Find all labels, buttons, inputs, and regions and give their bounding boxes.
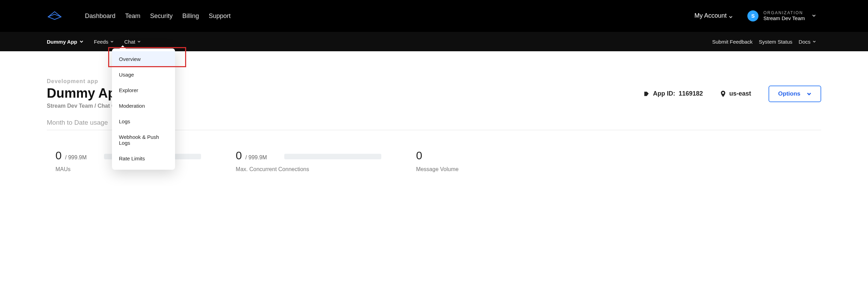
connections-value: 0 bbox=[236, 149, 242, 162]
maus-value: 0 bbox=[55, 149, 62, 162]
top-header: Dashboard Team Security Billing Support … bbox=[0, 0, 868, 32]
chevron-down-icon bbox=[79, 39, 84, 44]
app-id-label: App ID: bbox=[653, 90, 675, 97]
my-account-label: My Account bbox=[694, 12, 727, 19]
maus-max: / 999.9M bbox=[65, 154, 87, 161]
avatar: S bbox=[747, 10, 758, 21]
my-account-dropdown[interactable]: My Account bbox=[694, 12, 734, 19]
chat-dropdown[interactable]: Chat bbox=[124, 39, 141, 45]
connections-bar bbox=[284, 154, 381, 159]
chevron-down-icon bbox=[110, 40, 114, 43]
connections-label: Max. Concurrent Connections bbox=[236, 166, 381, 172]
sub-nav: Dummy App Feeds Chat Submit Feedback Sys… bbox=[0, 32, 868, 51]
title-right: App ID: 1169182 us-east Options bbox=[643, 86, 821, 102]
org-label: ORGANIZATION bbox=[763, 10, 805, 15]
options-button[interactable]: Options bbox=[769, 86, 821, 102]
options-label: Options bbox=[778, 90, 800, 97]
dropdown-item-logs[interactable]: Logs bbox=[112, 114, 175, 129]
tag-icon bbox=[643, 91, 650, 97]
system-status-link[interactable]: System Status bbox=[759, 39, 792, 45]
org-switcher[interactable]: S ORGANIZATION Stream Dev Team bbox=[747, 10, 816, 21]
messages-value: 0 bbox=[416, 149, 422, 162]
primary-nav: Dashboard Team Security Billing Support bbox=[85, 12, 231, 20]
chevron-down-icon bbox=[137, 40, 141, 43]
org-text: ORGANIZATION Stream Dev Team bbox=[763, 10, 805, 21]
dropdown-item-overview[interactable]: Overview bbox=[112, 51, 175, 67]
pin-icon bbox=[720, 91, 726, 97]
feeds-label: Feeds bbox=[94, 39, 108, 45]
docs-label: Docs bbox=[799, 39, 810, 45]
chat-label: Chat bbox=[124, 39, 135, 45]
metric-messages: 0 Message Volume bbox=[416, 149, 459, 172]
dropdown-item-moderation[interactable]: Moderation bbox=[112, 98, 175, 114]
metric-connections: 0 / 999.9M Max. Concurrent Connections bbox=[236, 149, 381, 172]
region-value: us-east bbox=[729, 90, 751, 97]
chevron-down-icon bbox=[813, 40, 816, 43]
docs-dropdown[interactable]: Docs bbox=[799, 39, 816, 45]
region-info: us-east bbox=[720, 90, 751, 97]
dropdown-item-webhook-push-logs[interactable]: Webhook & Push Logs bbox=[112, 129, 175, 151]
app-switcher-label: Dummy App bbox=[47, 39, 77, 45]
nav-dashboard[interactable]: Dashboard bbox=[85, 12, 115, 20]
nav-support[interactable]: Support bbox=[209, 12, 231, 20]
dropdown-item-usage[interactable]: Usage bbox=[112, 67, 175, 82]
app-switcher[interactable]: Dummy App bbox=[47, 39, 84, 45]
chevron-down-icon bbox=[807, 91, 811, 96]
dropdown-item-rate-limits[interactable]: Rate Limits bbox=[112, 151, 175, 166]
chat-dropdown-menu: Overview Usage Explorer Moderation Logs … bbox=[112, 48, 175, 170]
app-id-value: 1169182 bbox=[679, 90, 703, 97]
chevron-down-icon bbox=[812, 13, 816, 19]
logo[interactable] bbox=[47, 10, 62, 22]
sub-nav-left: Dummy App Feeds Chat bbox=[47, 39, 141, 45]
org-name: Stream Dev Team bbox=[763, 15, 805, 21]
nav-security[interactable]: Security bbox=[150, 12, 173, 20]
avatar-letter: S bbox=[751, 13, 755, 19]
messages-label: Message Volume bbox=[416, 166, 459, 172]
dropdown-item-explorer[interactable]: Explorer bbox=[112, 82, 175, 98]
connections-max: / 999.9M bbox=[245, 154, 267, 161]
feeds-dropdown[interactable]: Feeds bbox=[94, 39, 114, 45]
sub-nav-right: Submit Feedback System Status Docs bbox=[712, 39, 816, 45]
nav-team[interactable]: Team bbox=[125, 12, 140, 20]
top-right: My Account S ORGANIZATION Stream Dev Tea… bbox=[694, 10, 816, 21]
app-id: App ID: 1169182 bbox=[643, 90, 703, 97]
nav-billing[interactable]: Billing bbox=[182, 12, 199, 20]
chevron-down-icon bbox=[729, 14, 734, 18]
submit-feedback-link[interactable]: Submit Feedback bbox=[712, 39, 753, 45]
